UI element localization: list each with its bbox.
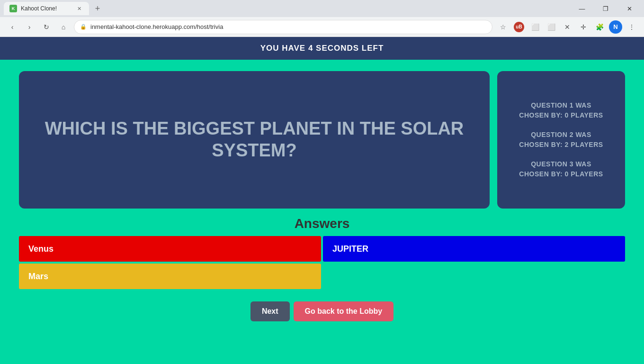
tab-close-button[interactable]: ✕: [75, 4, 83, 13]
ublock-badge: uB: [514, 22, 524, 32]
app-content: YOU HAVE 4 SECONDS LEFT WHICH IS THE BIG…: [0, 37, 644, 364]
window-controls: — ❐ ✕: [571, 0, 640, 17]
browser-titlebar: K Kahoot Clone! ✕ + — ❐ ✕: [0, 0, 644, 17]
stat-item-2: QUESTION 2 WAS CHOSEN BY: 2 PLAYERS: [507, 130, 616, 150]
tab-favicon: K: [9, 5, 17, 12]
cards-row: WHICH IS THE BIGGEST PLANET IN THE SOLAR…: [19, 71, 625, 209]
answer-empty: [323, 264, 625, 289]
extension-icon-4[interactable]: ✛: [577, 20, 590, 34]
stat-text-1: QUESTION 1 WAS CHOSEN BY: 0 PLAYERS: [507, 100, 616, 120]
stat-item-1: QUESTION 1 WAS CHOSEN BY: 0 PLAYERS: [507, 100, 616, 120]
extensions-button[interactable]: 🧩: [593, 20, 606, 34]
answer-jupiter[interactable]: JUPITER: [323, 236, 625, 262]
stats-card: QUESTION 1 WAS CHOSEN BY: 0 PLAYERS QUES…: [497, 71, 625, 209]
extension-icon-3[interactable]: ✕: [561, 20, 574, 34]
question-card: WHICH IS THE BIGGEST PLANET IN THE SOLAR…: [19, 71, 490, 209]
menu-button[interactable]: ⋮: [625, 20, 638, 34]
minimize-button[interactable]: —: [571, 0, 593, 17]
close-button[interactable]: ✕: [618, 0, 640, 17]
refresh-button[interactable]: ↻: [40, 20, 53, 34]
answers-title: Answers: [19, 216, 625, 231]
browser-tab[interactable]: K Kahoot Clone! ✕: [4, 2, 89, 15]
timer-bar: YOU HAVE 4 SECONDS LEFT: [0, 37, 644, 60]
browser-chrome: K Kahoot Clone! ✕ + — ❐ ✕ ‹ › ↻ ⌂ 🔒 inme…: [0, 0, 644, 37]
address-bar[interactable]: 🔒 inmental-kahoot-clone.herokuapp.com/ho…: [74, 20, 492, 34]
forward-button[interactable]: ›: [23, 20, 36, 34]
lock-icon: 🔒: [80, 24, 87, 30]
url-text: inmental-kahoot-clone.herokuapp.com/host…: [90, 23, 223, 30]
answer-mars[interactable]: Mars: [19, 264, 321, 289]
toolbar-icons: ☆ uB ⬜ ⬜ ✕ ✛ 🧩 N ⋮: [496, 20, 638, 34]
tab-title: Kahoot Clone!: [21, 5, 57, 12]
bookmark-icon[interactable]: ☆: [496, 20, 510, 34]
back-button[interactable]: ‹: [6, 20, 19, 34]
ublock-icon[interactable]: uB: [512, 20, 526, 34]
new-tab-button[interactable]: +: [91, 2, 104, 15]
answers-section: Answers Venus JUPITER Mars: [19, 216, 625, 289]
browser-toolbar: ‹ › ↻ ⌂ 🔒 inmental-kahoot-clone.herokuap…: [0, 17, 644, 37]
main-area: WHICH IS THE BIGGEST PLANET IN THE SOLAR…: [0, 60, 644, 364]
extension-icon-2[interactable]: ⬜: [545, 20, 558, 34]
stat-text-3: QUESTION 3 WAS CHOSEN BY: 0 PLAYERS: [507, 159, 616, 179]
answer-venus[interactable]: Venus: [19, 236, 321, 262]
bottom-buttons: Next Go back to the Lobby: [19, 297, 625, 323]
home-button[interactable]: ⌂: [57, 20, 70, 34]
next-button[interactable]: Next: [250, 301, 290, 321]
user-avatar[interactable]: N: [609, 20, 622, 34]
maximize-button[interactable]: ❐: [595, 0, 617, 17]
answers-grid: Venus JUPITER Mars: [19, 236, 625, 289]
timer-text: YOU HAVE 4 SECONDS LEFT: [260, 44, 384, 53]
question-text: WHICH IS THE BIGGEST PLANET IN THE SOLAR…: [33, 118, 475, 161]
go-to-lobby-button[interactable]: Go back to the Lobby: [294, 301, 394, 321]
stat-item-3: QUESTION 3 WAS CHOSEN BY: 0 PLAYERS: [507, 159, 616, 179]
extension-icon-1[interactable]: ⬜: [528, 20, 542, 34]
stat-text-2: QUESTION 2 WAS CHOSEN BY: 2 PLAYERS: [507, 130, 616, 150]
